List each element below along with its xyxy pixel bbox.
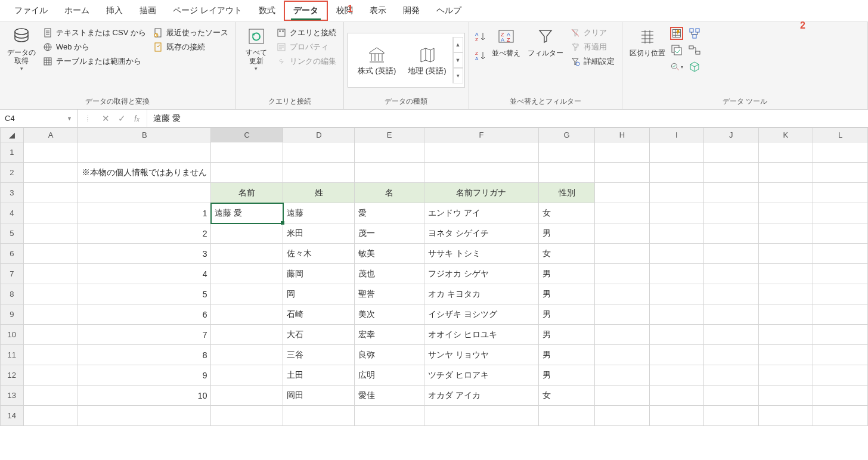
cell-D6[interactable]: 佐々木 <box>283 244 355 264</box>
cell-E7[interactable]: 茂也 <box>355 264 424 284</box>
cell-E4[interactable]: 愛 <box>355 203 424 223</box>
cell-K11[interactable] <box>758 345 813 365</box>
gallery-down-button[interactable]: ▼ <box>453 52 463 68</box>
cell-D4[interactable]: 遠藤 <box>283 203 355 223</box>
row-header-11[interactable]: 11 <box>1 345 24 365</box>
cell-D11[interactable]: 三谷 <box>283 345 355 365</box>
sort-button[interactable]: ZAAZ 並べ替え <box>488 24 524 58</box>
cell-J7[interactable] <box>704 264 759 284</box>
cell-F7[interactable]: フジオカ シゲヤ <box>424 264 539 284</box>
col-header-J[interactable]: J <box>704 128 759 142</box>
cell-K6[interactable] <box>758 244 813 264</box>
cell-K12[interactable] <box>758 365 813 386</box>
edit-links-button[interactable]: リンクの編集 <box>274 55 339 67</box>
cell-D10[interactable]: 大石 <box>283 325 355 345</box>
cell-K2[interactable] <box>758 163 813 183</box>
cell-A2[interactable] <box>23 163 78 183</box>
cell-J13[interactable] <box>704 386 759 406</box>
cell-A1[interactable] <box>23 142 78 163</box>
cell-J1[interactable] <box>704 142 759 163</box>
col-header-I[interactable]: I <box>649 128 703 142</box>
cell-I3[interactable] <box>649 183 703 203</box>
menu-表示[interactable]: 表示 <box>361 2 395 20</box>
cell-B3[interactable] <box>78 183 211 203</box>
cell-F2[interactable] <box>424 163 539 183</box>
cell-A9[interactable] <box>23 304 78 325</box>
cell-C7[interactable] <box>211 264 283 284</box>
cell-J4[interactable] <box>704 203 759 223</box>
cell-E12[interactable]: 広明 <box>355 365 424 386</box>
cell-D13[interactable]: 岡田 <box>283 386 355 406</box>
cell-C1[interactable] <box>211 142 283 163</box>
cell-D5[interactable]: 米田 <box>283 223 355 244</box>
cell-D14[interactable] <box>283 406 355 426</box>
cell-J5[interactable] <box>704 223 759 244</box>
cell-E9[interactable]: 美次 <box>355 304 424 325</box>
cell-E1[interactable] <box>355 142 424 163</box>
cell-E11[interactable]: 良弥 <box>355 345 424 365</box>
cell-G3[interactable]: 性別 <box>539 183 595 203</box>
cell-H10[interactable] <box>594 325 649 345</box>
cell-A13[interactable] <box>23 386 78 406</box>
cell-I8[interactable] <box>649 284 703 304</box>
cell-E14[interactable] <box>355 406 424 426</box>
cell-D12[interactable]: 土田 <box>283 365 355 386</box>
stocks-button[interactable]: 株式 (英語) <box>352 42 402 79</box>
select-all-corner[interactable]: ◢ <box>1 128 24 142</box>
row-header-13[interactable]: 13 <box>1 386 24 406</box>
cell-C6[interactable] <box>211 244 283 264</box>
cell-F6[interactable]: ササキ トシミ <box>424 244 539 264</box>
cell-C11[interactable] <box>211 345 283 365</box>
cell-J12[interactable] <box>704 365 759 386</box>
cell-E5[interactable]: 茂一 <box>355 223 424 244</box>
cell-F11[interactable]: サンヤ リョウヤ <box>424 345 539 365</box>
cell-L4[interactable] <box>813 203 868 223</box>
col-header-D[interactable]: D <box>283 128 355 142</box>
cell-K9[interactable] <box>758 304 813 325</box>
name-box-dropdown-icon[interactable]: ▼ <box>67 116 72 122</box>
row-header-2[interactable]: 2 <box>1 163 24 183</box>
cell-I11[interactable] <box>649 345 703 365</box>
cell-I13[interactable] <box>649 386 703 406</box>
cell-F13[interactable]: オカダ アイカ <box>424 386 539 406</box>
cell-C13[interactable] <box>211 386 283 406</box>
row-header-4[interactable]: 4 <box>1 203 24 223</box>
cell-E8[interactable]: 聖誉 <box>355 284 424 304</box>
row-header-6[interactable]: 6 <box>1 244 24 264</box>
data-validation-button[interactable]: ▾ <box>670 60 683 73</box>
from-csv-button[interactable]: テキストまたは CSV から <box>41 27 148 39</box>
queries-connections-button[interactable]: クエリと接続 <box>274 27 339 39</box>
cell-K3[interactable] <box>758 183 813 203</box>
cell-K8[interactable] <box>758 284 813 304</box>
menu-描画[interactable]: 描画 <box>131 2 165 20</box>
cell-K5[interactable] <box>758 223 813 244</box>
cell-G12[interactable]: 男 <box>539 365 595 386</box>
cell-G1[interactable] <box>539 142 595 163</box>
cell-B1[interactable] <box>78 142 211 163</box>
from-web-button[interactable]: Web から <box>41 41 148 53</box>
row-header-5[interactable]: 5 <box>1 223 24 244</box>
cell-L12[interactable] <box>813 365 868 386</box>
cell-L7[interactable] <box>813 264 868 284</box>
flash-fill-button[interactable] <box>670 27 683 40</box>
cell-L13[interactable] <box>813 386 868 406</box>
col-header-H[interactable]: H <box>594 128 649 142</box>
cell-H5[interactable] <box>594 223 649 244</box>
cell-G14[interactable] <box>539 406 595 426</box>
cell-E10[interactable]: 宏幸 <box>355 325 424 345</box>
row-header-14[interactable]: 14 <box>1 406 24 426</box>
sort-asc-button[interactable]: AZ <box>474 30 487 43</box>
cell-B5[interactable]: 2 <box>78 223 211 244</box>
cell-H4[interactable] <box>594 203 649 223</box>
recent-sources-button[interactable]: 最近使ったソース <box>151 27 231 39</box>
cell-J9[interactable] <box>704 304 759 325</box>
col-header-F[interactable]: F <box>424 128 539 142</box>
cell-C5[interactable] <box>211 223 283 244</box>
manage-data-model-button[interactable] <box>688 60 701 73</box>
spreadsheet-grid[interactable]: ◢ABCDEFGHIJKL12※本物の個人情報ではありません3名前姓名名前フリガ… <box>0 128 868 426</box>
reapply-button[interactable]: 再適用 <box>568 41 617 53</box>
cell-C14[interactable] <box>211 406 283 426</box>
cancel-icon[interactable]: ✕ <box>102 113 110 124</box>
cell-H7[interactable] <box>594 264 649 284</box>
get-data-button[interactable]: データの 取得 ▾ <box>4 24 39 72</box>
